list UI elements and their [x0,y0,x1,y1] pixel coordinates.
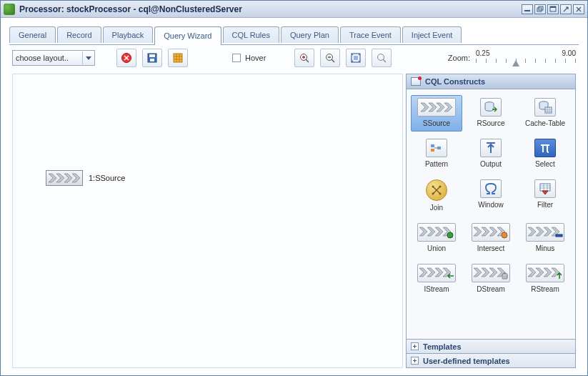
tab-query-wizard[interactable]: Query Wizard [154,26,221,45]
hover-toggle[interactable]: Hover [232,54,266,62]
svg-rect-13 [354,56,358,60]
svg-point-27 [502,232,507,238]
svg-rect-7 [149,54,155,57]
output-icon [480,139,502,157]
canvas-node-ssource[interactable]: 1:SSource [46,170,125,186]
palette-body: SSource RSource Cache-Table Patter [406,89,576,340]
svg-rect-28 [556,234,562,237]
tab-trace-event[interactable]: Trace Event [340,26,401,43]
palette-item-join[interactable]: Join [411,177,462,216]
expand-icon [411,357,419,365]
svg-point-21 [432,186,434,188]
toolbar: choose layout.. Hover [9,45,579,71]
zoom-handle[interactable] [516,60,523,66]
palette-item-pattern[interactable]: Pattern [411,136,462,172]
palette-item-label: Select [535,160,555,168]
chevron-icon [46,170,83,186]
zoom-min: 0.25 [476,49,489,57]
hover-label: Hover [245,54,266,62]
tab-inject-event[interactable]: Inject Event [402,26,462,43]
tab-cql-rules[interactable]: CQL Rules [223,26,279,43]
pattern-icon [426,139,447,157]
section-label: User-defined templates [423,357,510,365]
palette-item-rstream[interactable]: RStream [519,261,571,297]
clear-button[interactable] [168,49,188,67]
save-button[interactable] [142,49,162,67]
palette-item-label: Pattern [425,160,448,168]
tab-general[interactable]: General [9,26,56,43]
delete-icon [121,52,132,64]
titlebar: Processor: stockProcessor - cql@NonClust… [1,1,587,18]
chevron-minus-icon [526,223,564,242]
layout-dropdown[interactable]: choose layout.. [12,50,95,66]
workspace: 1:SSource CQL Constructs SSource [9,71,579,371]
svg-point-26 [447,232,453,238]
palette-item-label: Intersect [477,244,504,252]
tab-record[interactable]: Record [57,26,101,43]
svg-rect-20 [437,147,441,149]
window: Processor: stockProcessor - cql@NonClust… [0,0,588,376]
restore-down-button[interactable] [534,4,546,14]
search-button[interactable] [372,49,392,67]
zoom-max: 9.00 [562,49,576,57]
palette-item-minus[interactable]: Minus [519,220,571,257]
zoom-slider[interactable]: 0.25 9.00 [476,49,576,66]
palette-item-intersect[interactable]: Intersect [465,220,517,257]
database-arrow-icon [480,98,502,117]
section-label: Templates [423,342,462,351]
maximize-button[interactable] [547,4,559,14]
minimize-button[interactable] [522,4,533,14]
svg-rect-4 [550,6,556,8]
detach-button[interactable] [560,4,572,14]
tab-query-plan[interactable]: Query Plan [281,26,339,43]
delete-button[interactable] [116,49,136,67]
save-icon [146,52,158,64]
svg-rect-18 [431,144,434,147]
chevron-union-icon [417,223,456,242]
chevron-dstream-icon [472,264,510,282]
svg-rect-19 [431,149,434,152]
omega-icon [480,179,502,198]
chevron-icon [417,98,456,117]
palette-item-label: Union [427,244,446,252]
palette-item-ssource[interactable]: SSource [411,95,462,132]
svg-point-24 [432,193,434,195]
canvas-node-label: 1:SSource [89,174,125,182]
layout-dropdown-text: choose layout.. [16,54,82,62]
zoom-label: Zoom: [448,54,470,62]
svg-rect-25 [540,184,550,191]
palette-section-templates[interactable]: Templates [406,340,576,354]
zoom-in-icon [299,52,310,64]
expand-icon [411,342,419,350]
palette-item-dstream[interactable]: DStream [465,261,517,297]
palette-item-filter[interactable]: Filter [519,177,571,216]
tab-playback[interactable]: Playback [103,26,154,43]
palette: CQL Constructs SSource RSource [406,74,576,368]
svg-point-14 [378,54,384,61]
fit-button[interactable] [346,49,366,67]
palette-item-select[interactable]: Select [519,136,571,172]
palette-item-cache-table[interactable]: Cache-Table [519,95,571,132]
palette-item-output[interactable]: Output [465,136,517,172]
window-controls [522,4,584,14]
zoom-out-button[interactable] [320,49,340,67]
close-button[interactable] [573,4,584,14]
palette-item-union[interactable]: Union [411,220,462,257]
palette-header[interactable]: CQL Constructs [406,74,576,89]
hover-checkbox[interactable] [232,54,241,62]
palette-section-user-templates[interactable]: User-defined templates [406,354,576,368]
pi-icon [534,139,556,157]
svg-point-22 [439,193,442,195]
palette-item-rsource[interactable]: RSource [465,95,517,132]
join-icon [426,179,447,201]
svg-rect-9 [174,54,182,62]
database-grid-icon [534,98,556,117]
palette-item-label: Minus [536,244,555,252]
palette-item-label: SSource [423,119,450,127]
canvas[interactable]: 1:SSource [12,74,403,368]
palette-item-window[interactable]: Window [465,177,517,216]
palette-item-label: IStream [424,285,449,293]
chevron-down-icon [82,51,94,64]
palette-item-istream[interactable]: IStream [411,261,462,297]
zoom-in-button[interactable] [294,49,314,67]
